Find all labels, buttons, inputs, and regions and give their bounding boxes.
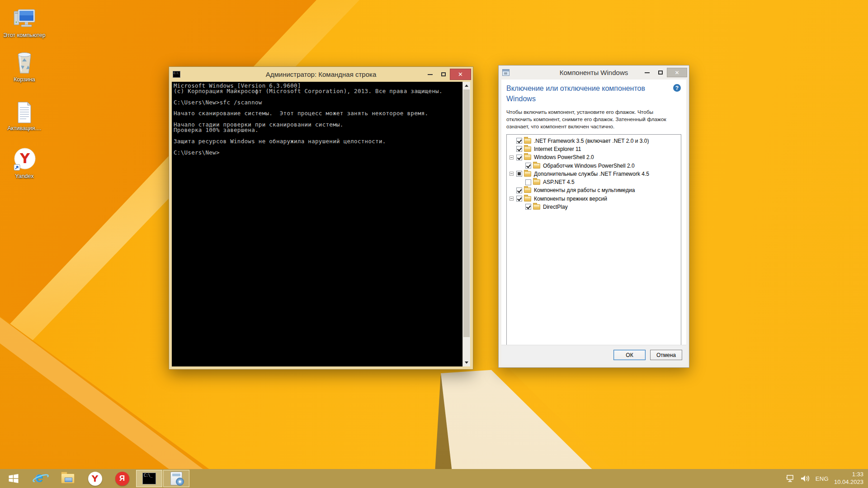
- checkbox-checked[interactable]: [516, 188, 522, 193]
- tree-item-label[interactable]: Internet Explorer 11: [534, 146, 581, 152]
- start-button[interactable]: [0, 469, 27, 488]
- recycle-bin-icon: [3, 49, 46, 75]
- help-icon: ?: [675, 85, 679, 91]
- tree-row[interactable]: DirectPlay: [507, 203, 681, 211]
- tree-row[interactable]: Дополнительные службы .NET Framework 4.5: [507, 170, 681, 178]
- yandex-browser-icon: Y: [88, 472, 102, 486]
- checkbox-checked[interactable]: [516, 138, 522, 144]
- dialog-description: Чтобы включить компонент, установите его…: [506, 108, 680, 130]
- console-output[interactable]: Microsoft Windows [Version 6.3.9600] (c)…: [172, 82, 462, 366]
- collapse-expander-icon[interactable]: [509, 197, 514, 201]
- tray-date: 10.04.2023: [834, 479, 863, 486]
- checkbox-partial[interactable]: [516, 171, 522, 177]
- tree-row[interactable]: Internet Explorer 11: [507, 145, 681, 153]
- expander-placeholder: [509, 188, 514, 193]
- tree-row[interactable]: ASP.NET 4.5: [507, 178, 681, 186]
- minimize-icon: [645, 72, 650, 73]
- cancel-button[interactable]: Отмена: [650, 350, 682, 360]
- taskbar-yandex-browser[interactable]: Y: [81, 469, 108, 488]
- taskbar-cmd-window-button[interactable]: C:\_: [136, 470, 162, 487]
- collapse-expander-icon[interactable]: [509, 172, 514, 176]
- network-icon: [786, 474, 795, 483]
- desktop-icon-recycle-bin[interactable]: Корзина: [3, 49, 46, 83]
- dialog-titlebar[interactable]: Компоненты Windows ✕: [499, 66, 689, 80]
- console-scrollbar[interactable]: [462, 82, 470, 366]
- folder-icon: [533, 204, 540, 210]
- minimize-icon: [428, 74, 433, 75]
- folder-icon: [524, 188, 531, 193]
- expander-placeholder: [518, 180, 523, 185]
- help-button[interactable]: ?: [673, 84, 681, 92]
- tree-row[interactable]: .NET Framework 3.5 (включает .NET 2.0 и …: [507, 136, 681, 145]
- close-icon: ✕: [675, 70, 679, 76]
- desktop-icon-label: Этот компьютер: [3, 32, 46, 38]
- cmd-window-icon: C:\: [173, 71, 180, 78]
- desktop-icon-activation-doc[interactable]: Активация....: [3, 98, 46, 131]
- expander-placeholder: [518, 204, 523, 209]
- tree-item-label[interactable]: Обработчик Windows PowerShell 2.0: [543, 163, 635, 169]
- cmd-maximize-button[interactable]: [437, 70, 450, 80]
- taskbar-file-explorer[interactable]: [54, 469, 81, 488]
- scroll-up-icon[interactable]: [463, 82, 470, 89]
- tree-item-label[interactable]: Дополнительные службы .NET Framework 4.5: [534, 171, 649, 177]
- windows-features-dialog: Компоненты Windows ✕ Включение или отклю…: [498, 65, 689, 368]
- tree-item-label[interactable]: ASP.NET 4.5: [543, 179, 575, 185]
- scroll-down-icon[interactable]: [463, 359, 470, 366]
- checkbox-checked[interactable]: [525, 204, 531, 210]
- tree-row[interactable]: Компоненты для работы с мультимедиа: [507, 186, 681, 194]
- tree-item-label[interactable]: .NET Framework 3.5 (включает .NET 2.0 и …: [534, 138, 649, 144]
- folder-icon: [533, 179, 540, 185]
- taskbar-features-window-button[interactable]: [163, 470, 189, 487]
- ok-button[interactable]: ОК: [613, 350, 646, 360]
- maximize-icon: [658, 70, 663, 75]
- folder-icon: [524, 155, 531, 160]
- checkbox-checked[interactable]: [525, 163, 531, 169]
- cmd-close-button[interactable]: ✕: [450, 69, 471, 80]
- desktop-icon-label: Yandex: [3, 173, 46, 179]
- taskbar-yandex-app[interactable]: Я: [108, 469, 136, 488]
- desktop-icon-yandex[interactable]: Y Yandex: [3, 145, 46, 179]
- desktop-icon-label: Корзина: [3, 76, 46, 83]
- checkbox-checked[interactable]: [516, 146, 522, 152]
- taskbar-internet-explorer[interactable]: e: [27, 469, 54, 488]
- taskbar: e Y Я C:\_: [0, 469, 868, 488]
- checkbox-checked[interactable]: [516, 155, 522, 160]
- cmd-icon: C:\_: [142, 473, 156, 484]
- document-icon: [3, 98, 46, 124]
- dialog-close-button[interactable]: ✕: [667, 68, 687, 77]
- desktop-icon-label: Активация....: [3, 125, 46, 131]
- tree-row[interactable]: Обработчик Windows PowerShell 2.0: [507, 161, 681, 169]
- tree-item-label[interactable]: Windows PowerShell 2.0: [534, 154, 594, 160]
- tree-item-label[interactable]: DirectPlay: [543, 204, 568, 210]
- checkbox-unchecked[interactable]: [525, 179, 531, 185]
- expander-placeholder: [518, 163, 523, 168]
- language-indicator[interactable]: ENG: [816, 475, 829, 482]
- scrollbar-thumb[interactable]: [463, 89, 470, 337]
- desktop-icon-this-pc[interactable]: Этот компьютер: [3, 5, 46, 38]
- cmd-minimize-button[interactable]: [424, 70, 437, 80]
- folder-icon: [524, 171, 531, 177]
- this-pc-icon: [3, 5, 46, 31]
- network-tray-button[interactable]: [786, 474, 795, 483]
- file-explorer-icon: [61, 474, 75, 483]
- tree-row[interactable]: Windows PowerShell 2.0: [507, 153, 681, 161]
- windows-logo-icon: [7, 472, 20, 485]
- tree-item-label[interactable]: Компоненты прежних версий: [534, 196, 607, 202]
- yandex-browser-icon: Y: [3, 145, 46, 172]
- dialog-maximize-button[interactable]: [654, 68, 667, 78]
- cmd-window: C:\ Администратор: Командная строка ✕ Mi…: [169, 66, 473, 370]
- close-icon: ✕: [458, 71, 463, 78]
- folder-icon: [533, 163, 540, 169]
- checkbox-checked[interactable]: [516, 196, 522, 202]
- cmd-titlebar[interactable]: C:\ Администратор: Командная строка ✕: [169, 67, 473, 82]
- installer-icon: [170, 472, 182, 485]
- features-tree: .NET Framework 3.5 (включает .NET 2.0 и …: [506, 134, 681, 351]
- dialog-minimize-button[interactable]: [641, 68, 654, 78]
- collapse-expander-icon[interactable]: [509, 155, 514, 160]
- clock[interactable]: 1:33 10.04.2023: [834, 471, 863, 486]
- speaker-icon: [800, 474, 810, 483]
- tree-row[interactable]: Компоненты прежних версий: [507, 195, 681, 203]
- tree-item-label[interactable]: Компоненты для работы с мультимедиа: [534, 187, 635, 193]
- dialog-window-icon: [502, 69, 509, 76]
- volume-tray-button[interactable]: [800, 474, 810, 483]
